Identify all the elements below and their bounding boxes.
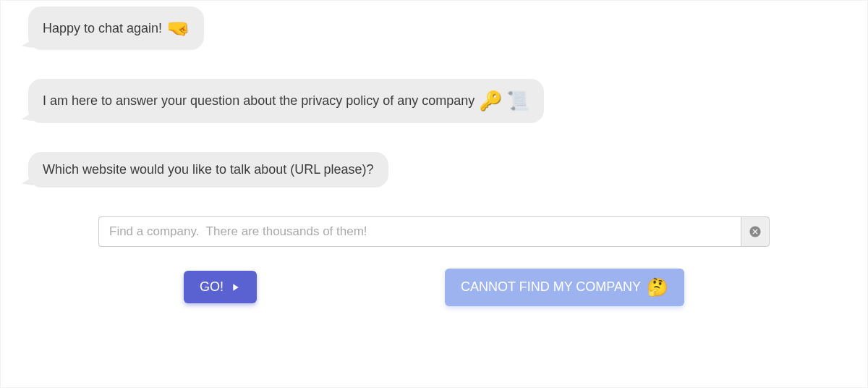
bubble-text: Which website would you like to talk abo… [43, 161, 374, 179]
chat-container: Happy to chat again! 🤜 I am here to answ… [7, 7, 861, 373]
cannot-find-button[interactable]: CANNOT FIND MY COMPANY 🤔 [445, 269, 684, 306]
search-input-group [98, 216, 770, 247]
company-search-input[interactable] [98, 216, 741, 247]
thinking-emoji-icon: 🤔 [647, 277, 668, 298]
chat-messages: Happy to chat again! 🤜 I am here to answ… [7, 7, 861, 216]
go-button-label: GO! [200, 279, 224, 295]
chat-bubble: Which website would you like to talk abo… [28, 152, 388, 187]
key-emoji-icon: 🔑 [479, 88, 502, 114]
close-circle-icon [749, 225, 762, 238]
fist-emoji-icon: 🤜 [166, 15, 190, 41]
chat-bubble: Happy to chat again! 🤜 [28, 7, 204, 50]
chat-bubble: I am here to answer your question about … [28, 79, 544, 122]
go-button[interactable]: GO! [184, 271, 257, 303]
scroll-emoji-icon: 📜 [506, 88, 529, 114]
cannot-find-label: CANNOT FIND MY COMPANY [461, 279, 641, 295]
action-buttons: GO! CANNOT FIND MY COMPANY 🤔 [7, 269, 861, 306]
clear-search-button[interactable] [741, 216, 770, 247]
bubble-text: Happy to chat again! [43, 20, 162, 38]
bubble-text: I am here to answer your question about … [43, 92, 475, 110]
play-icon [229, 282, 241, 293]
